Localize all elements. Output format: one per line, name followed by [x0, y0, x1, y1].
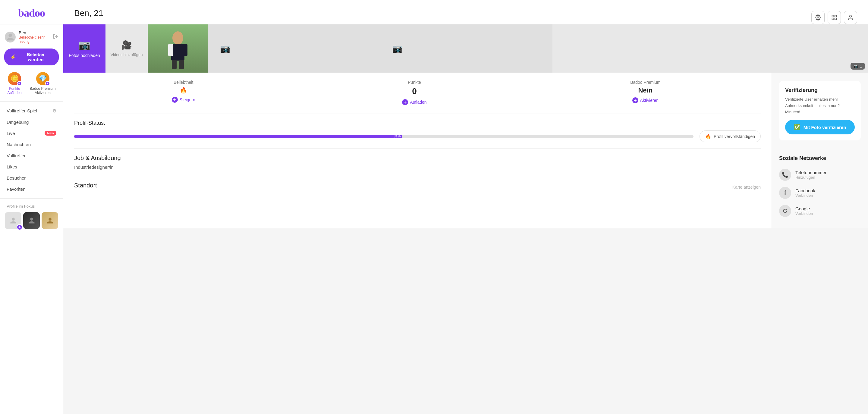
telefon-info: Telefonnummer Hinzufügen	[795, 170, 827, 180]
telefon-action: Hinzufügen	[795, 175, 827, 180]
logout-icon[interactable]	[53, 34, 58, 40]
sidebar-item-volltreffer[interactable]: Volltreffer	[0, 150, 63, 161]
premium-value: Nein	[638, 87, 652, 94]
lightning-icon: ⚡	[10, 54, 16, 60]
premium-stat-label: Badoo Premium	[630, 80, 660, 85]
photo-last-tile: 📷 1	[553, 24, 868, 73]
facebook-action: Verbinden	[795, 193, 815, 198]
soziale-telefon[interactable]: 📞 Telefonnummer Hinzufügen	[779, 166, 861, 184]
steigern-button[interactable]: + Steigern	[169, 96, 198, 104]
profile-body: Beliebtheit 🔥 + Steigern Punkte 0 + A	[63, 73, 868, 228]
svg-point-8	[173, 31, 183, 44]
profil-status-section: Profil-Status: 53 % 🔥 Profil vervollstän…	[74, 114, 761, 149]
punkte-label: Punkte	[408, 80, 421, 85]
profil-flame-icon: 🔥	[705, 133, 711, 139]
verifizierung-card: Verifizierung Verifizierte User erhalten…	[779, 81, 861, 140]
focus-add-profile[interactable]: +	[5, 212, 22, 229]
nav-list: Volltreffer-Spiel ⚙ Umgebung Live New Na…	[0, 104, 63, 196]
sidebar-item-nachrichten[interactable]: Nachrichten	[0, 139, 63, 150]
right-panel: Verifizierung Verifizierte User erhalten…	[772, 73, 868, 228]
photo-upload-tile[interactable]: 📷 Fotos hochladen	[63, 24, 105, 73]
right-divider	[779, 148, 861, 148]
camera-empty-icon-2: 📷	[392, 44, 403, 54]
svg-rect-2	[832, 15, 834, 17]
aufladen-button[interactable]: + Aufladen	[400, 98, 429, 106]
stats-row: Beliebtheit 🔥 + Steigern Punkte 0 + A	[74, 73, 761, 114]
facebook-icon: f	[779, 187, 791, 199]
photo-count-badge: 📷 1	[850, 63, 865, 70]
coins-row: 🪙 + Punkte Aufladen 💎 + Badoo Premium Ak…	[0, 68, 63, 99]
photo-empty-2[interactable]: 📷	[243, 24, 553, 73]
video-tile[interactable]: 🎥 Videos hinzufügen	[105, 24, 148, 73]
focus-profiles: +	[0, 210, 63, 229]
stat-beliebtheit: Beliebtheit 🔥 + Steigern	[74, 80, 299, 106]
svg-rect-3	[835, 15, 837, 17]
punkte-label: Punkte Aufladen	[7, 87, 22, 95]
standort-section: Standort Karte anzeigen	[74, 176, 761, 198]
google-action: Verbinden	[795, 211, 813, 216]
stat-punkte: Punkte 0 + Aufladen	[299, 80, 530, 106]
sidebar-item-live[interactable]: Live New	[0, 128, 63, 139]
svg-rect-5	[832, 18, 834, 20]
premium-aktivieren[interactable]: 💎 + Badoo Premium Aktivieren	[30, 72, 56, 95]
user-info: Ben Beliebtheit: sehr niedrig	[19, 30, 53, 44]
settings-button[interactable]	[811, 11, 825, 24]
avatar	[5, 32, 16, 42]
sidebar-item-volltreffer-spiel[interactable]: Volltreffer-Spiel ⚙	[0, 105, 63, 117]
svg-point-6	[849, 15, 852, 18]
person-button[interactable]	[844, 11, 857, 24]
video-icon: 🎥	[121, 40, 132, 50]
sidebar-item-favoriten[interactable]: Favoriten	[0, 184, 63, 195]
focus-profile-hat[interactable]	[23, 212, 40, 229]
svg-rect-13	[179, 60, 184, 69]
google-name: Google	[795, 206, 813, 211]
photo-empty-1[interactable]: 📷	[208, 24, 243, 73]
user-name: Ben	[19, 30, 53, 35]
progress-bar-wrap: 53 %	[74, 135, 693, 138]
profil-status-row: 53 % 🔥 Profil vervollständigen	[74, 130, 761, 142]
job-title: Job & Ausbildung	[74, 155, 761, 161]
beliebter-button[interactable]: ⚡ Belieber werden	[4, 49, 59, 65]
karte-link[interactable]: Karte anzeigen	[733, 185, 761, 190]
progress-bar-fill: 53 %	[74, 135, 402, 138]
page-title: Ben, 21	[74, 8, 103, 24]
soziale-facebook[interactable]: f Facebook Verbinden	[779, 184, 861, 202]
photo-upload-label: Fotos hochladen	[69, 53, 100, 58]
live-new-badge: New	[44, 131, 56, 136]
video-label: Videos hinzufügen	[111, 53, 143, 57]
google-icon: G	[779, 205, 791, 217]
svg-rect-9	[171, 44, 184, 61]
camera-empty-icon-1: 📷	[220, 44, 230, 54]
user-beliebtheit: Beliebtheit: sehr niedrig	[19, 35, 53, 44]
focus-section-title: Profile im Fokus	[0, 201, 63, 210]
progress-percent: 53 %	[394, 135, 401, 138]
sidebar: badoo Ben Beliebtheit: sehr niedrig ⚡ B	[0, 0, 63, 414]
standort-title: Standort	[74, 182, 97, 189]
svg-rect-12	[172, 60, 177, 69]
sidebar-item-likes[interactable]: Likes	[0, 161, 63, 172]
svg-rect-10	[168, 44, 173, 56]
profil-status-title: Profil-Status:	[74, 120, 761, 126]
focus-profile-blonde[interactable]	[41, 212, 58, 229]
sidebar-item-umgebung[interactable]: Umgebung	[0, 117, 63, 128]
filter-icon: ⚙	[53, 108, 56, 114]
photos-section: 📷 Fotos hochladen 🎥 Videos hinzufügen	[63, 24, 868, 73]
check-circle-icon: ✅	[794, 124, 801, 130]
google-info: Google Verbinden	[795, 206, 813, 216]
logo-area: badoo	[18, 0, 45, 24]
verifizierung-button[interactable]: ✅ Mit Foto verifizieren	[785, 120, 855, 134]
punkte-aufladen[interactable]: 🪙 + Punkte Aufladen	[7, 72, 22, 95]
grid-button[interactable]	[828, 11, 841, 24]
profil-complete-button[interactable]: 🔥 Profil vervollständigen	[700, 130, 761, 142]
verifizierung-title: Verifizierung	[785, 87, 855, 93]
facebook-name: Facebook	[795, 188, 815, 193]
standort-row: Standort Karte anzeigen	[74, 182, 761, 192]
sidebar-item-besucher[interactable]: Besucher	[0, 172, 63, 184]
camera-plus-icon: 📷	[79, 39, 90, 51]
aktivieren-button[interactable]: + Aktivieren	[630, 96, 661, 104]
stat-premium: Badoo Premium Nein + Aktivieren	[530, 80, 761, 106]
soziale-google[interactable]: G Google Verbinden	[779, 202, 861, 220]
punkte-value: 0	[412, 87, 417, 96]
soziale-netzwerke: Soziale Netzwerke 📞 Telefonnummer Hinzuf…	[779, 155, 861, 220]
job-value: Industriedesigner/in	[74, 164, 761, 170]
